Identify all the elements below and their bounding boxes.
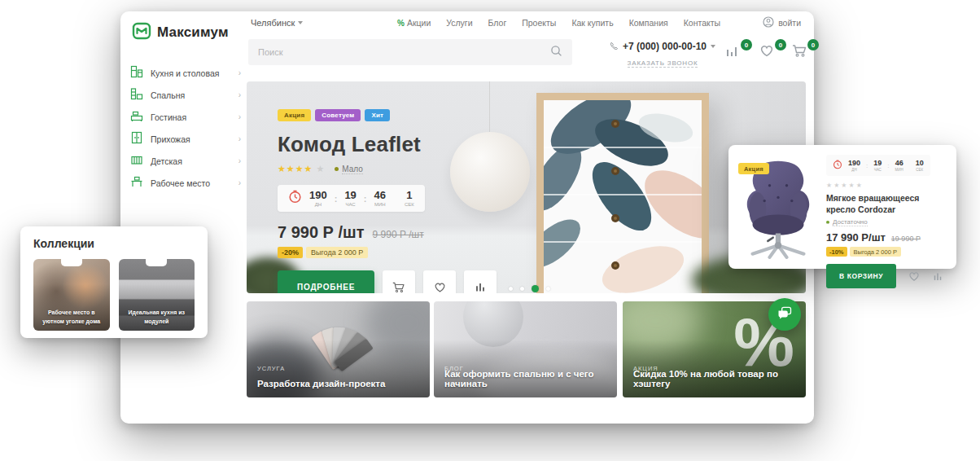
timer-days: 190 — [309, 190, 327, 200]
city-label: Челябинск — [251, 18, 295, 28]
chat-widget-button[interactable] — [768, 298, 801, 331]
search-bar — [248, 39, 572, 65]
clock-icon — [288, 190, 302, 207]
search-icon[interactable] — [550, 45, 562, 60]
sidebar-item-kids[interactable]: Детская › — [130, 150, 241, 172]
hero-benefit-row: -20% Выгода 2 000 Р — [278, 247, 522, 258]
collection-tile-kitchen[interactable]: Идеальная кухня из модулей — [119, 259, 195, 331]
login-button[interactable]: войти — [763, 16, 801, 29]
page: Максимум Челябинск %Акции Услуги Блог Пр… — [0, 0, 980, 461]
timer-days-label: дн — [848, 168, 860, 172]
timer-hours-label: час — [344, 202, 356, 207]
city-selector[interactable]: Челябинск — [251, 18, 303, 28]
menu-item-company[interactable]: Компания — [629, 18, 668, 28]
slider-dot[interactable] — [509, 287, 513, 291]
phone-number[interactable]: +7 (000) 000-00-10 — [623, 41, 707, 52]
stock-dot — [826, 221, 829, 224]
promo-card-title: Разработка дизайн-проекта — [257, 379, 420, 389]
timer-days: 190 — [848, 160, 860, 167]
timer-minutes-label: мин — [895, 168, 903, 172]
workplace-category-icon — [130, 175, 143, 191]
add-to-cart-button[interactable]: В корзину — [826, 264, 896, 288]
favorite-icon-button[interactable] — [908, 270, 921, 283]
product-rating-stars: ★★★★★ — [826, 182, 947, 189]
badge-sale: Акция — [278, 109, 311, 121]
cart-count-badge: 0 — [807, 39, 819, 50]
sidebar-item-workplace[interactable]: Рабочее место › — [130, 172, 241, 194]
badge-hit: Хит — [365, 109, 390, 121]
promo-card-title: Скидка 10% на любой товар по хэштегу — [633, 369, 796, 389]
chat-icon — [777, 305, 793, 324]
stars-filled: ★★★★ — [278, 164, 313, 174]
menu-item-contacts[interactable]: Контакты — [684, 18, 720, 28]
search-input[interactable] — [258, 47, 550, 57]
chevron-down-icon — [711, 45, 715, 48]
callback-link[interactable]: заказать звонок — [628, 59, 698, 68]
hero-product-title[interactable]: Комод Leaflet — [278, 132, 522, 157]
promo-card-blog[interactable]: Блог Как оформить спальню и с чего начин… — [434, 301, 617, 397]
hero-countdown-timer: 190дн : 19час : 46мин 1сек — [278, 185, 425, 212]
timer-hours: 19 — [873, 160, 882, 167]
sidebar-item-label: Спальня — [151, 90, 231, 100]
menu-item-services[interactable]: Услуги — [446, 18, 472, 28]
stock-dot — [335, 167, 339, 171]
sidebar-item-label: Кухня и столовая — [151, 68, 231, 78]
slider-pagination — [509, 285, 550, 292]
cart-button[interactable]: 0 — [791, 42, 812, 62]
slider-dot[interactable] — [546, 287, 550, 291]
favorite-icon-button[interactable] — [423, 270, 456, 293]
discount-badge: -10% — [826, 247, 847, 257]
product-price-row: 17 990 Р/шт 19 990 Р — [826, 231, 947, 244]
phone-block: +7 (000) 000-00-10 заказать звонок — [606, 39, 720, 68]
main-page-card: Максимум Челябинск %Акции Услуги Блог Пр… — [120, 11, 814, 424]
bedroom-category-icon — [130, 87, 143, 103]
sidebar-item-hallway[interactable]: Прихожая › — [130, 128, 241, 150]
product-card-cordozar[interactable]: Акция — [728, 145, 956, 269]
compare-icon-button[interactable] — [464, 270, 497, 293]
logo[interactable]: Максимум — [132, 21, 229, 44]
brand-logo-icon — [132, 21, 151, 44]
chevron-right-icon: › — [238, 68, 241, 77]
menu-item-blog[interactable]: Блог — [488, 18, 507, 28]
sidebar-item-label: Рабочее место — [151, 178, 231, 188]
compare-icon-button[interactable] — [932, 270, 943, 282]
sidebar-item-bedroom[interactable]: Спальня › — [130, 84, 241, 106]
timer-minutes: 46 — [374, 190, 386, 200]
product-sale-badge: Акция — [738, 163, 769, 174]
hero-stock-status[interactable]: Мало — [342, 165, 363, 174]
product-price: 17 990 Р/шт — [826, 231, 886, 244]
discount-badge: -20% — [278, 247, 303, 258]
compare-count-badge: 0 — [741, 39, 752, 50]
slider-dot[interactable] — [520, 287, 524, 291]
sidebar-item-living-room[interactable]: Гостиная › — [130, 106, 241, 128]
add-to-cart-icon-button[interactable] — [383, 270, 415, 293]
timer-minutes: 46 — [895, 160, 903, 167]
favorites-count-badge: 0 — [775, 39, 786, 50]
hero-price: 7 990 Р /шт — [278, 223, 365, 242]
favorites-button[interactable]: 0 — [759, 42, 780, 62]
menu-item-how-to-buy[interactable]: Как купить — [571, 18, 613, 28]
product-stock-label[interactable]: Достаточно — [833, 218, 868, 226]
top-menu: %Акции Услуги Блог Проекты Как купить Ко… — [397, 18, 720, 28]
product-old-price: 19 990 Р — [891, 235, 921, 243]
chevron-right-icon: › — [238, 112, 241, 121]
compare-button[interactable]: 0 — [724, 42, 746, 62]
collection-tile-workplace[interactable]: Рабочее место в уютном уголке дома — [33, 259, 110, 331]
badge-recommended: Советуем — [315, 109, 361, 121]
sidebar-item-label: Гостиная — [151, 112, 231, 122]
login-label: войти — [778, 18, 801, 28]
collections-title: Коллекции — [33, 237, 195, 250]
timer-separator: : — [364, 194, 367, 204]
tile-notch — [146, 259, 167, 266]
details-button[interactable]: Подробнее — [278, 270, 374, 293]
promo-card-service[interactable]: Услуга Разработка дизайн-проекта — [247, 301, 430, 397]
menu-item-projects[interactable]: Проекты — [522, 18, 556, 28]
sidebar-item-label: Детская — [151, 156, 231, 166]
hero-slide-content: Акция Советуем Хит Комод Leaflet ★★★★ ★ … — [278, 109, 522, 293]
slider-dot-active[interactable] — [532, 285, 539, 292]
menu-item-sales[interactable]: %Акции — [397, 18, 431, 28]
product-title[interactable]: Мягкое вращающееся кресло Cordozar — [826, 193, 947, 215]
timer-days-label: дн — [309, 202, 327, 207]
timer-seconds-label: сек — [916, 168, 924, 172]
sidebar-item-kitchen[interactable]: Кухня и столовая › — [130, 62, 241, 84]
